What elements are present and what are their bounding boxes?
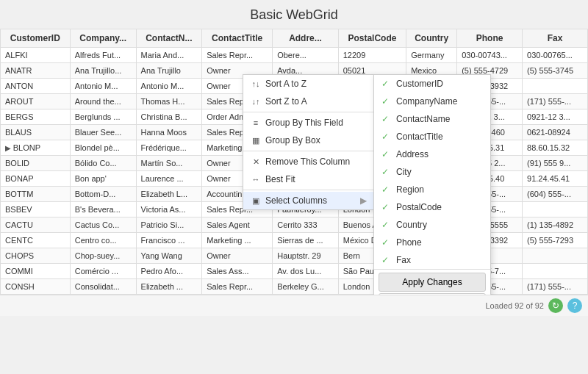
col-header-phone[interactable]: Phone: [457, 29, 523, 48]
col-header-customerid[interactable]: CustomerID: [1, 29, 71, 48]
select-columns-icon: ▣: [251, 196, 261, 206]
submenu-column-label: CompanyName: [396, 96, 457, 107]
table-cell: 0921-12 3...: [523, 109, 588, 125]
table-cell: (5) 555-3745: [523, 63, 588, 79]
remove-col-icon: ✕: [251, 157, 261, 167]
table-cell: Germany: [406, 48, 457, 63]
group-field-label: Group By This Field: [265, 118, 343, 128]
submenu-column-item[interactable]: ✓Fax: [374, 251, 490, 269]
table-cell: BERGS: [1, 109, 71, 125]
best-fit-icon: ↔: [251, 175, 261, 184]
sort-az-icon: ↑↓: [251, 79, 261, 88]
submenu-column-item[interactable]: ✓ContactName: [374, 110, 490, 128]
table-row[interactable]: CHOPSChop-suey...Yang WangOwnerHauptstr.…: [1, 248, 588, 264]
remove-col-item[interactable]: ✕ Remove This Column: [243, 153, 374, 170]
submenu-column-label: ContactName: [396, 114, 450, 124]
table-cell: 91.24.45.41: [523, 171, 588, 187]
group-field-item[interactable]: ≡ Group By This Field: [243, 114, 374, 132]
table-cell: Cactus Co...: [70, 217, 136, 233]
table-cell: Yang Wang: [136, 248, 202, 264]
submenu-column-item[interactable]: ✓Country: [374, 216, 490, 234]
table-cell: Av. dos Lu...: [273, 264, 339, 279]
table-cell: Bottom-D...: [70, 187, 136, 202]
submenu-column-item[interactable]: ✓Region: [374, 181, 490, 198]
group-field-icon: ≡: [251, 118, 261, 127]
submenu-column-label: Phone: [396, 237, 422, 248]
table-cell: Antonio M...: [70, 79, 136, 94]
submenu-column-item[interactable]: ✓CompanyName: [374, 93, 490, 110]
table-cell: BSBEV: [1, 202, 71, 217]
table-cell: 0621-08924: [523, 125, 588, 140]
sort-za-item[interactable]: ↓↑ Sort Z to A: [243, 93, 374, 110]
page-title: Basic WebGrid: [0, 0, 588, 29]
table-cell: ▶ BLONP: [1, 140, 71, 156]
select-columns-item[interactable]: ▣ Select Columns ▶: [243, 192, 374, 209]
col-header-title[interactable]: ContactTitle: [202, 29, 273, 48]
table-cell: Comércio ...: [70, 264, 136, 279]
table-cell: Thomas H...: [136, 94, 202, 109]
col-header-postal[interactable]: PostalCode: [338, 29, 406, 48]
table-cell: (171) 555-...: [523, 94, 588, 109]
table-cell: [523, 264, 588, 279]
table-cell: B's Bevera...: [70, 202, 136, 217]
table-row[interactable]: CACTUCactus Co...Patricio Si...Sales Age…: [1, 217, 588, 233]
submenu-column-item[interactable]: ✓ContactTitle: [374, 128, 490, 145]
table-cell: Around the...: [70, 94, 136, 109]
table-cell: Blondel pè...: [70, 140, 136, 156]
submenu-column-item[interactable]: ✓PostalCode: [374, 198, 490, 216]
col-header-country[interactable]: Country: [406, 29, 457, 48]
divider-1: [243, 112, 374, 112]
table-row[interactable]: COMMIComércio ...Pedro Afo...Sales Ass..…: [1, 264, 588, 279]
col-header-contact[interactable]: ContactN...: [136, 29, 202, 48]
table-cell: Victoria As...: [136, 202, 202, 217]
submenu-column-item[interactable]: ✓City: [374, 163, 490, 181]
submenu-column-item[interactable]: ✓CustomerID: [374, 75, 490, 93]
col-header-fax[interactable]: Fax: [523, 29, 588, 48]
table-row[interactable]: CONSHConsolidat...Elizabeth ...Sales Rep…: [1, 279, 588, 295]
table-cell: Hanna Moos: [136, 125, 202, 140]
sort-az-item[interactable]: ↑↓ Sort A to Z: [243, 75, 374, 93]
table-cell: Ana Trujillo: [136, 63, 202, 79]
table-cell: CACTU: [1, 217, 71, 233]
submenu-column-item[interactable]: ✓Phone: [374, 234, 490, 251]
table-cell: Elizabeth ...: [136, 279, 202, 295]
table-cell: Alfreds Fut...: [70, 48, 136, 63]
best-fit-item[interactable]: ↔ Best Fit: [243, 170, 374, 188]
refresh-button[interactable]: ↻: [548, 298, 563, 313]
table-cell: CONSH: [1, 279, 71, 295]
loaded-text: Loaded 92 of 92: [485, 301, 544, 310]
col-header-address[interactable]: Addre...: [273, 29, 339, 48]
table-cell: BLAUS: [1, 125, 71, 140]
table-row[interactable]: ALFKIAlfreds Fut...Maria And...Sales Rep…: [1, 48, 588, 63]
table-cell: Christina B...: [136, 109, 202, 125]
submenu-column-item[interactable]: ✓Address: [374, 145, 490, 163]
table-cell: Bon app': [70, 171, 136, 187]
table-cell: Consolidat...: [70, 279, 136, 295]
group-box-item[interactable]: ▦ Group By Box: [243, 132, 374, 149]
table-cell: Martín So...: [136, 156, 202, 171]
table-cell: ALFKI: [1, 48, 71, 63]
submenu-check-icon: ✓: [381, 202, 392, 212]
table-cell: CENTC: [1, 233, 71, 248]
submenu-column-label: Fax: [396, 255, 411, 265]
submenu-items: ✓CustomerID✓CompanyName✓ContactName✓Cont…: [374, 75, 490, 269]
table-cell: (5) 555-7293: [523, 233, 588, 248]
apply-changes-button[interactable]: Apply Changes: [379, 273, 486, 292]
submenu: ✓CustomerID✓CompanyName✓ContactName✓Cont…: [373, 74, 491, 295]
table-cell: Laurence ...: [136, 171, 202, 187]
table-row[interactable]: CENTCCentro co...Francisco ...Marketing …: [1, 233, 588, 248]
submenu-column-label: City: [396, 167, 412, 177]
reset-button[interactable]: Reset: [379, 293, 486, 295]
table-cell: AROUT: [1, 94, 71, 109]
table-cell: Owner: [202, 248, 273, 264]
submenu-check-icon: ✓: [381, 220, 392, 230]
grid-container: CustomerID Company... ContactN... Contac…: [0, 29, 588, 295]
table-cell: Centro co...: [70, 233, 136, 248]
table-cell: ANATR: [1, 63, 71, 79]
table-cell: Patricio Si...: [136, 217, 202, 233]
col-header-company[interactable]: Company...: [70, 29, 136, 48]
remove-col-label: Remove This Column: [265, 157, 350, 167]
table-cell: Hauptstr. 29: [273, 248, 339, 264]
help-button[interactable]: ?: [567, 298, 582, 313]
submenu-column-label: ContactTitle: [396, 132, 443, 142]
